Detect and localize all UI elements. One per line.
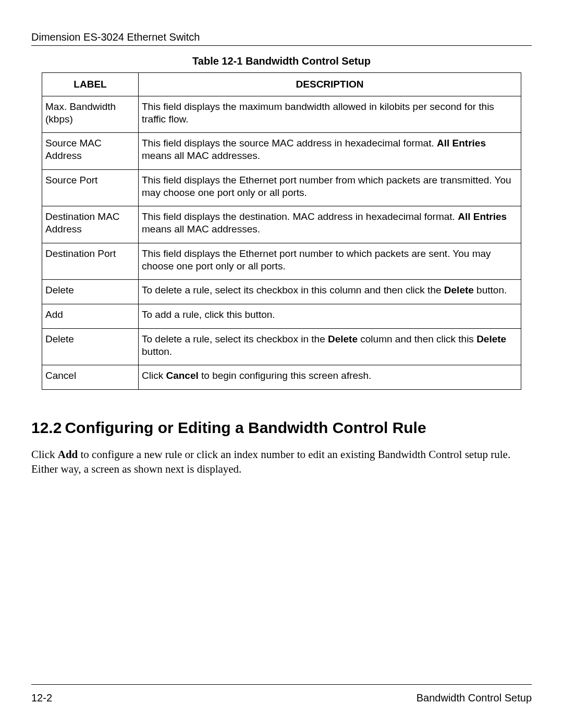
row-description: This field displays the maximum bandwidt…: [139, 96, 521, 133]
row-description: This field displays the source MAC addre…: [139, 133, 521, 170]
page-footer: 12-2 Bandwidth Control Setup: [31, 684, 532, 704]
row-label: Destination MAC Address: [42, 206, 139, 243]
table-row: DeleteTo delete a rule, select its check…: [42, 328, 521, 365]
row-description: This field displays the Ethernet port nu…: [139, 169, 521, 206]
row-label: Source MAC Address: [42, 133, 139, 170]
row-description: Click Cancel to begin configuring this s…: [139, 365, 521, 390]
table-header-label: LABEL: [42, 73, 139, 96]
table-row: Max. Bandwidth (kbps)This field displays…: [42, 96, 521, 133]
row-label: Add: [42, 304, 139, 329]
row-label: Cancel: [42, 365, 139, 390]
table-row: Source MAC AddressThis field displays th…: [42, 133, 521, 170]
table-row: CancelClick Cancel to begin configuring …: [42, 365, 521, 390]
table-row: DeleteTo delete a rule, select its check…: [42, 280, 521, 304]
table-row: AddTo add a rule, click this button.: [42, 304, 521, 329]
footer-label: Bandwidth Control Setup: [417, 692, 532, 704]
table-row: Source PortThis field displays the Ether…: [42, 169, 521, 206]
table-row: Destination MAC AddressThis field displa…: [42, 206, 521, 243]
row-description: To delete a rule, select its checkbox in…: [139, 280, 521, 304]
row-label: Source Port: [42, 169, 139, 206]
section-body: Click Add to configure a new rule or cli…: [31, 447, 532, 477]
row-label: Max. Bandwidth (kbps): [42, 96, 139, 133]
footer-divider: [31, 684, 532, 685]
page-number: 12-2: [31, 692, 52, 704]
document-header: Dimension ES-3024 Ethernet Switch: [31, 31, 532, 45]
section-title: Configuring or Editing a Bandwidth Contr…: [65, 419, 426, 436]
row-description: This field displays the destination. MAC…: [139, 206, 521, 243]
table-row: Destination PortThis field displays the …: [42, 243, 521, 280]
table-caption: Table 12-1 Bandwidth Control Setup: [31, 55, 532, 67]
header-divider: [31, 45, 532, 46]
row-description: This field displays the Ethernet port nu…: [139, 243, 521, 280]
row-description: To add a rule, click this button.: [139, 304, 521, 329]
row-description: To delete a rule, select its checkbox in…: [139, 328, 521, 365]
row-label: Destination Port: [42, 243, 139, 280]
bandwidth-control-table: LABEL DESCRIPTION Max. Bandwidth (kbps)T…: [42, 72, 521, 390]
row-label: Delete: [42, 328, 139, 365]
section-heading: 12.2Configuring or Editing a Bandwidth C…: [31, 419, 532, 437]
row-label: Delete: [42, 280, 139, 304]
section-number: 12.2: [31, 419, 62, 436]
table-header-description: DESCRIPTION: [139, 73, 521, 96]
